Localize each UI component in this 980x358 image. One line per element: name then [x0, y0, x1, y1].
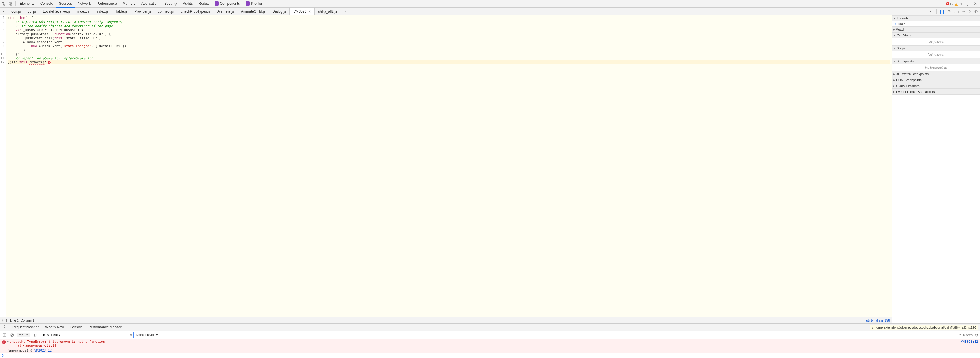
- pause-on-exceptions-icon[interactable]: ◐: [974, 9, 978, 14]
- show-navigator-icon[interactable]: [0, 8, 7, 15]
- panel-tab-elements[interactable]: Elements: [17, 0, 37, 8]
- execution-context-select[interactable]: top: [17, 333, 30, 337]
- debugger-sidebar: ▼Threads ➔Main ▶Watch ▼Call Stack Not pa…: [892, 15, 980, 323]
- step-over-icon[interactable]: ↷: [948, 9, 951, 14]
- clear-filter-icon[interactable]: ⊗: [129, 333, 132, 337]
- scope-empty: Not paused: [892, 51, 980, 58]
- code-area[interactable]: (function() { // injected DOM script is …: [6, 15, 892, 317]
- file-tab[interactable]: index.js: [74, 8, 93, 15]
- extension-tabs: ComponentsProfiler: [212, 0, 265, 8]
- close-devtools-icon[interactable]: ✕: [973, 2, 978, 6]
- dom-breakpoints-section[interactable]: ▶DOM Breakpoints: [892, 77, 980, 83]
- drawer-kebab-icon[interactable]: ⋮: [0, 324, 10, 330]
- editor-status-bar: { } Line 1, Column 1 utility_all2.js:196: [0, 317, 892, 323]
- console-toolbar: top ⊗ Default levels ▾ 39 hidden ⚙: [0, 331, 980, 339]
- panel-tab-application[interactable]: Application: [138, 0, 161, 8]
- step-out-icon[interactable]: ↑: [958, 9, 959, 14]
- console-prompt[interactable]: ❯: [0, 353, 980, 358]
- panel-tab-network[interactable]: Network: [75, 0, 94, 8]
- expand-trace-icon[interactable]: ▼: [7, 340, 8, 347]
- drawer-tab-console[interactable]: Console: [67, 324, 86, 331]
- file-tab[interactable]: Provider.js: [131, 8, 154, 15]
- file-tab[interactable]: utility_all2.js: [315, 8, 341, 15]
- file-tab[interactable]: Icon.js: [7, 8, 24, 15]
- panel-tab-profiler[interactable]: Profiler: [243, 0, 265, 8]
- panel-tab-memory[interactable]: Memory: [120, 0, 138, 8]
- breakpoints-empty: No breakpoints: [892, 64, 980, 71]
- more-tabs-overflow[interactable]: »: [341, 8, 350, 15]
- close-tab-icon[interactable]: ✕: [308, 10, 311, 14]
- devtools-main-toolbar: ElementsConsoleSourcesNetworkPerformance…: [0, 0, 980, 8]
- drawer-tab-request-blocking[interactable]: Request blocking: [10, 324, 42, 331]
- file-tab[interactable]: index.js: [93, 8, 112, 15]
- line-gutter: 123456789101112: [0, 15, 6, 317]
- scope-section[interactable]: ▼Scope: [892, 45, 980, 51]
- file-tab[interactable]: Animate.js: [214, 8, 237, 15]
- source-origin-link[interactable]: utility_all2.js:196: [866, 319, 890, 322]
- step-icon[interactable]: →|: [962, 9, 967, 14]
- svg-point-8: [34, 334, 35, 336]
- svg-line-6: [11, 334, 13, 336]
- error-icon: ✕: [2, 340, 6, 344]
- separator: [15, 2, 16, 6]
- panel-tab-components[interactable]: Components: [212, 0, 243, 8]
- panel-tab-console[interactable]: Console: [37, 0, 56, 8]
- show-debugger-icon[interactable]: [927, 8, 934, 15]
- panel-tab-audits[interactable]: Audits: [180, 0, 196, 8]
- panel-tab-performance[interactable]: Performance: [94, 0, 120, 8]
- callstack-empty: Not paused: [892, 38, 980, 45]
- console-sidebar-toggle-icon[interactable]: [2, 332, 7, 338]
- clear-console-icon[interactable]: [10, 332, 15, 338]
- log-levels-select[interactable]: Default levels ▾: [136, 333, 158, 337]
- callstack-section[interactable]: ▼Call Stack: [892, 32, 980, 38]
- panel-tab-redux[interactable]: Redux: [196, 0, 212, 8]
- panel-tab-security[interactable]: Security: [161, 0, 180, 8]
- file-tab[interactable]: VM3023✕: [290, 8, 315, 15]
- settings-kebab-icon[interactable]: ⋮: [963, 1, 972, 6]
- inspect-element-icon[interactable]: [0, 0, 7, 7]
- react-devtools-icon: [215, 2, 219, 6]
- file-tab[interactable]: col.js: [24, 8, 39, 15]
- console-error-message[interactable]: ✕ ▼ Uncaught TypeError: this.remove is n…: [0, 339, 980, 348]
- file-tab[interactable]: LocaleReceiver.js: [39, 8, 74, 15]
- error-counter[interactable]: ✕19: [946, 2, 953, 6]
- file-tab[interactable]: Table.js: [112, 8, 131, 15]
- react-devtools-icon: [246, 2, 250, 6]
- file-tab[interactable]: connect.js: [154, 8, 177, 15]
- live-expression-icon[interactable]: [32, 332, 37, 338]
- stack-frame-link[interactable]: VM3023:12: [34, 348, 52, 352]
- drawer-tab-what's-new[interactable]: What's New: [42, 324, 67, 331]
- panel-tab-sources[interactable]: Sources: [56, 0, 75, 8]
- drawer-tab-performance-monitor[interactable]: Performance monitor: [86, 324, 124, 331]
- panel-tabs: ElementsConsoleSourcesNetworkPerformance…: [17, 0, 212, 8]
- file-tab[interactable]: AnimateChild.js: [237, 8, 269, 15]
- console-stack-frame: (anonymous) @ VM3023:12: [0, 348, 980, 353]
- file-tab[interactable]: checkPropTypes.js: [177, 8, 214, 15]
- watch-section[interactable]: ▶Watch: [892, 26, 980, 32]
- hover-url-tooltip: chrome-extension://ojplmecpdpgccookcobab…: [870, 325, 978, 330]
- source-editor: 123456789101112 (function() { // injecte…: [0, 15, 892, 323]
- step-into-icon[interactable]: ↓: [953, 9, 955, 14]
- sources-file-tabs: Icon.jscol.jsLocaleReceiver.jsindex.jsin…: [0, 8, 980, 15]
- hidden-messages-count[interactable]: 39 hidden: [959, 333, 973, 337]
- pause-resume-icon[interactable]: ❚❚: [939, 9, 945, 14]
- console-filter-input[interactable]: ⊗: [40, 332, 134, 338]
- console-settings-icon[interactable]: ⚙: [975, 333, 978, 337]
- inline-error-icon[interactable]: ✕: [48, 61, 51, 64]
- console-drawer: ⋮ Request blockingWhat's NewConsolePerfo…: [0, 323, 980, 358]
- cursor-position: Line 1, Column 1: [10, 319, 34, 322]
- device-toggle-icon[interactable]: [7, 0, 14, 7]
- error-source-link[interactable]: VM3023:12: [961, 340, 978, 347]
- global-listeners-section[interactable]: ▶Global Listeners: [892, 83, 980, 89]
- breakpoints-section[interactable]: ▼Breakpoints: [892, 58, 980, 64]
- pretty-print-icon[interactable]: { }: [2, 318, 8, 322]
- file-tab[interactable]: Dialog.js: [269, 8, 290, 15]
- xhr-breakpoints-section[interactable]: ▶XHR/fetch Breakpoints: [892, 71, 980, 77]
- event-listener-breakpoints-section[interactable]: ▶Event Listener Breakpoints: [892, 89, 980, 95]
- thread-main[interactable]: ➔Main: [892, 21, 980, 26]
- warning-counter[interactable]: 21: [955, 2, 962, 6]
- deactivate-breakpoints-icon[interactable]: ⤭: [969, 9, 972, 14]
- threads-section[interactable]: ▼Threads: [892, 15, 980, 21]
